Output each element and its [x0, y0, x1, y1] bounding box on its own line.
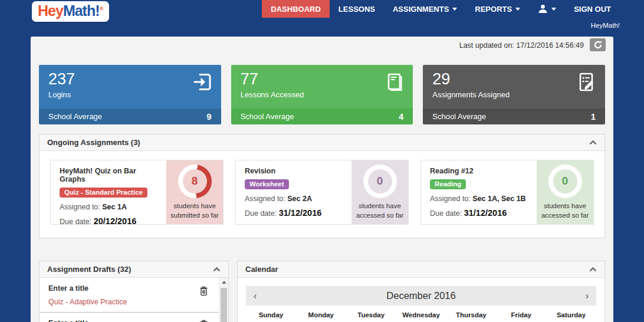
- assigned-to-row: Assigned to: Sec 1A: [60, 203, 163, 211]
- collapse-button[interactable]: [589, 140, 597, 145]
- progress-donut: 8: [178, 165, 212, 198]
- next-month-button[interactable]: ›: [576, 286, 596, 305]
- caret-down-icon: [551, 8, 556, 11]
- calendar-panel: Calendar ‹ December 2016 › Sunday Monday…: [237, 261, 605, 322]
- due-date-row: Due date: 31/12/2016: [430, 208, 533, 218]
- bottom-row: Assignment Drafts (32) Enter a title Qui…: [39, 261, 605, 322]
- calendar-day-headers: Sunday Monday Tuesday Wednesday Thursday…: [246, 305, 596, 322]
- progress-caption: students have accessed so far: [539, 202, 591, 220]
- day-header: Monday: [296, 311, 346, 318]
- assignment-drafts-panel: Assignment Drafts (32) Enter a title Qui…: [39, 261, 229, 322]
- stat-card-logins[interactable]: 237 Logins School Average 9: [39, 65, 221, 124]
- prev-month-button[interactable]: ‹: [246, 286, 266, 305]
- progress-count: 8: [183, 169, 207, 193]
- drafts-scrollbar[interactable]: [219, 278, 228, 322]
- collapse-button[interactable]: [589, 267, 597, 272]
- drafts-list: Enter a title Quiz - Adaptive Practice E…: [40, 278, 219, 322]
- list-item[interactable]: Enter a title: [40, 312, 219, 322]
- progress-donut: 0: [363, 165, 397, 198]
- due-date-value: 31/12/2016: [464, 208, 507, 218]
- sign-out-button[interactable]: SIGN OUT: [565, 0, 620, 18]
- school-average-label: School Average: [241, 112, 294, 121]
- calendar-month-label: December 2016: [386, 290, 455, 301]
- assignment-title: Revision: [245, 167, 348, 175]
- due-date-row: Due date: 20/12/2016: [60, 216, 163, 226]
- due-date-label: Due date:: [430, 209, 462, 218]
- lessons-label: Lessons Accessed: [241, 90, 404, 99]
- refresh-button[interactable]: [590, 38, 606, 51]
- assigned-to-row: Assigned to: Sec 2A: [245, 195, 348, 203]
- assigned-to-value: Sec 1A, Sec 1B: [472, 195, 525, 203]
- scrollbar-up-button[interactable]: [219, 278, 228, 287]
- calendar-month-bar: ‹ December 2016 ›: [246, 286, 596, 305]
- stat-card-lessons[interactable]: 77 Lessons Accessed School Average 4: [231, 65, 413, 124]
- assignment-card[interactable]: HeyMath! Quiz on Bar Graphs Quiz - Stand…: [50, 160, 224, 225]
- ongoing-assignments-panel: Ongoing Assignments (3) HeyMath! Quiz on…: [39, 134, 605, 238]
- lessons-count: 77: [241, 70, 404, 88]
- logins-label: Logins: [48, 90, 212, 99]
- nav-item-dashboard[interactable]: DASHBOARD: [262, 0, 330, 18]
- assigned-to-value: Sec 1A: [102, 203, 127, 211]
- heymath-logo[interactable]: HeyMath!®: [32, 1, 109, 22]
- assignment-details: Revision Worksheet Assigned to: Sec 2A D…: [236, 160, 351, 224]
- trash-icon: [199, 286, 208, 296]
- assignment-details: Reading #12 Reading Assigned to: Sec 1A,…: [421, 160, 537, 224]
- last-updated-row: Last updated on: 17/12/2016 14:56:49: [31, 37, 613, 54]
- scrollbar-thumb[interactable]: [221, 288, 227, 322]
- day-header: Tuesday: [346, 311, 396, 318]
- assignments-label: Assignments Assigned: [432, 90, 596, 99]
- nav-item-reports[interactable]: REPORTS: [466, 0, 529, 18]
- day-header: Wednesday: [396, 311, 446, 318]
- login-icon: [192, 71, 213, 93]
- progress-count: 0: [553, 169, 577, 193]
- assignment-details: HeyMath! Quiz on Bar Graphs Quiz - Stand…: [51, 160, 166, 224]
- assignment-title: HeyMath! Quiz on Bar Graphs: [60, 167, 163, 183]
- draft-title: Enter a title: [48, 319, 195, 322]
- ongoing-assignments-header: Ongoing Assignments (3): [40, 134, 604, 151]
- nav-item-label: DASHBOARD: [271, 5, 321, 14]
- stat-card-body: 77 Lessons Accessed: [231, 65, 413, 109]
- stat-card-assignments[interactable]: 29 Assignments Assigned School Average 1: [423, 65, 605, 124]
- collapse-button[interactable]: [213, 267, 221, 272]
- refresh-icon: [594, 41, 602, 49]
- nav-item-assignments[interactable]: ASSIGNMENTS: [384, 0, 466, 18]
- assignment-card[interactable]: Reading #12 Reading Assigned to: Sec 1A,…: [420, 160, 594, 225]
- due-date-value: 20/12/2016: [94, 216, 137, 226]
- school-average-value: 9: [206, 111, 211, 121]
- nav-item-lessons[interactable]: LESSONS: [330, 0, 384, 18]
- top-navbar: HeyMath!® DASHBOARD LESSONS ASSIGNMENTS …: [0, 0, 644, 37]
- scroll-up-arrow-icon: [222, 281, 226, 284]
- assignment-drafts-body: Enter a title Quiz - Adaptive Practice E…: [40, 278, 228, 322]
- assignment-card[interactable]: Revision Worksheet Assigned to: Sec 2A D…: [235, 160, 409, 225]
- trash-icon: [199, 320, 208, 322]
- school-average-value: 1: [591, 111, 596, 121]
- progress-count: 0: [368, 169, 392, 193]
- calendar-body: ‹ December 2016 › Sunday Monday Tuesday …: [238, 278, 604, 322]
- due-date-label: Due date:: [60, 218, 91, 226]
- assignments-count: 29: [432, 70, 596, 88]
- school-name-label: HeyMath!: [591, 22, 620, 29]
- user-menu[interactable]: [529, 0, 565, 18]
- ongoing-assignments-title: Ongoing Assignments (3): [47, 138, 140, 147]
- assignment-drafts-header: Assignment Drafts (32): [40, 261, 228, 278]
- assigned-to-value: Sec 2A: [287, 195, 312, 203]
- list-item[interactable]: Enter a title Quiz - Adaptive Practice: [40, 278, 219, 312]
- sign-out-label: SIGN OUT: [574, 5, 611, 14]
- nav-item-label: REPORTS: [475, 5, 512, 14]
- book-icon: [384, 71, 405, 93]
- assignment-type-badge: Quiz - Standard Practice: [60, 188, 147, 198]
- clipboard-edit-icon: [576, 71, 597, 93]
- due-date-row: Due date: 31/12/2016: [245, 208, 348, 218]
- due-date-value: 31/12/2016: [279, 208, 322, 218]
- nav-item-label: ASSIGNMENTS: [393, 5, 449, 14]
- assignment-type-badge: Reading: [430, 179, 466, 189]
- draft-type: Quiz - Adaptive Practice: [48, 298, 195, 306]
- delete-draft-button[interactable]: [199, 286, 208, 296]
- draft-title: Enter a title: [48, 284, 195, 293]
- stat-card-footer: School Average 4: [231, 109, 413, 124]
- delete-draft-button[interactable]: [199, 320, 208, 322]
- last-updated-text: Last updated on: 17/12/2016 14:56:49: [459, 41, 584, 50]
- assignment-type-badge: Worksheet: [245, 179, 289, 189]
- logo-text-math: Math!: [63, 2, 100, 19]
- progress-caption: students have accessed so far: [354, 202, 406, 220]
